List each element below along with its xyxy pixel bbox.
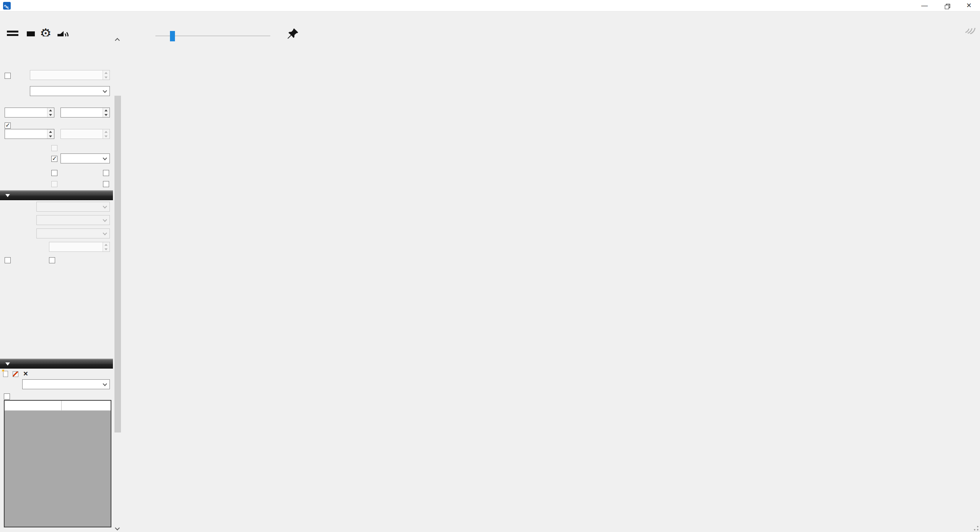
- shift-checkbox[interactable]: [5, 72, 11, 79]
- cw-shift-spin-buttons[interactable]: [103, 129, 109, 139]
- order-value: [61, 108, 103, 117]
- filter-audio-checkbox[interactable]: [49, 257, 55, 263]
- chevron-down-icon: [103, 204, 107, 208]
- restore-icon: [945, 5, 949, 9]
- fm-stereo-checkbox[interactable]: [51, 145, 57, 151]
- shift-value: [30, 70, 103, 80]
- chevron-down-icon: [103, 231, 107, 235]
- latency-spinner[interactable]: [49, 242, 110, 252]
- swap-iq-checkbox[interactable]: [103, 181, 109, 187]
- shift-spinner[interactable]: [30, 70, 110, 80]
- squelch-checkbox[interactable]: ✓: [5, 122, 11, 129]
- bandwidth-value: [5, 108, 47, 117]
- app-icon: [3, 2, 11, 10]
- airspy-waves-icon: [963, 24, 976, 34]
- triangle-expanded-icon: [5, 194, 10, 197]
- order-spin-buttons[interactable]: [103, 108, 109, 117]
- panel-scrollbar[interactable]: [114, 36, 122, 532]
- lock-carrier-checkbox[interactable]: [51, 170, 57, 176]
- waterfall-display[interactable]: [123, 198, 949, 532]
- delete-x-icon: ✕: [23, 370, 28, 377]
- order-spinner[interactable]: [60, 108, 110, 117]
- latency-spin-buttons[interactable]: [103, 242, 109, 251]
- new-icon: [3, 371, 8, 377]
- input-dropdown[interactable]: [36, 215, 110, 225]
- show-on-spectrum-checkbox[interactable]: [4, 393, 10, 400]
- section-header-audio[interactable]: [0, 190, 113, 200]
- section-header-frequency-manager[interactable]: [0, 359, 113, 369]
- frequency-table: [4, 400, 111, 527]
- edit-button[interactable]: [13, 370, 20, 377]
- squelch-spin-buttons[interactable]: [47, 129, 54, 139]
- squelch-spinner[interactable]: [5, 129, 54, 139]
- table-header-row: [5, 401, 111, 411]
- edit-icon: [13, 371, 18, 377]
- chevron-down-icon: [103, 156, 107, 160]
- freq-manager-toolbar: ✕: [3, 370, 31, 377]
- cw-shift-value: [61, 129, 103, 139]
- samplerate-dropdown[interactable]: [36, 202, 110, 212]
- bandwidth-spin-buttons[interactable]: [47, 108, 54, 117]
- filter-dropdown[interactable]: [30, 86, 110, 96]
- restore-button[interactable]: [936, 0, 958, 11]
- scroll-down-icon[interactable]: [115, 525, 120, 530]
- scroll-up-icon[interactable]: [115, 38, 120, 43]
- squelch-value: [5, 129, 47, 139]
- unity-gain-checkbox[interactable]: [5, 257, 11, 263]
- bandwidth-spinner[interactable]: [5, 108, 54, 117]
- sdrsharp-window: — ✕ ⚙: [0, 0, 980, 532]
- toolbar: ⚙: [0, 12, 980, 36]
- triangle-expanded-icon: [5, 362, 10, 366]
- chevron-down-icon: [103, 88, 107, 93]
- snap-to-grid-checkbox[interactable]: ✓: [51, 155, 57, 162]
- column-header-name[interactable]: [5, 401, 62, 410]
- new-button[interactable]: [3, 370, 10, 377]
- control-panel: ✓ ✓: [0, 36, 113, 532]
- shift-spin-buttons[interactable]: [103, 70, 109, 80]
- delete-button[interactable]: ✕: [23, 370, 28, 377]
- display-settings-panel: [949, 36, 980, 532]
- resize-grip[interactable]: [973, 525, 979, 531]
- spectrum-display[interactable]: [123, 38, 949, 193]
- chevron-down-icon: [103, 382, 107, 386]
- scrollbar-thumb[interactable]: [114, 96, 121, 432]
- close-button[interactable]: ✕: [958, 0, 980, 11]
- group-dropdown[interactable]: [22, 379, 110, 389]
- correct-iq-checkbox[interactable]: [103, 170, 109, 176]
- chevron-down-icon: [103, 217, 107, 222]
- column-header-frequency[interactable]: [62, 401, 111, 410]
- latency-value: [49, 242, 103, 251]
- title-bar: — ✕: [0, 0, 980, 11]
- cw-shift-spinner[interactable]: [60, 129, 110, 139]
- minimize-button[interactable]: —: [913, 0, 936, 11]
- anti-fading-checkbox[interactable]: [51, 181, 57, 187]
- output-dropdown[interactable]: [36, 228, 110, 238]
- step-size-dropdown[interactable]: [60, 153, 110, 163]
